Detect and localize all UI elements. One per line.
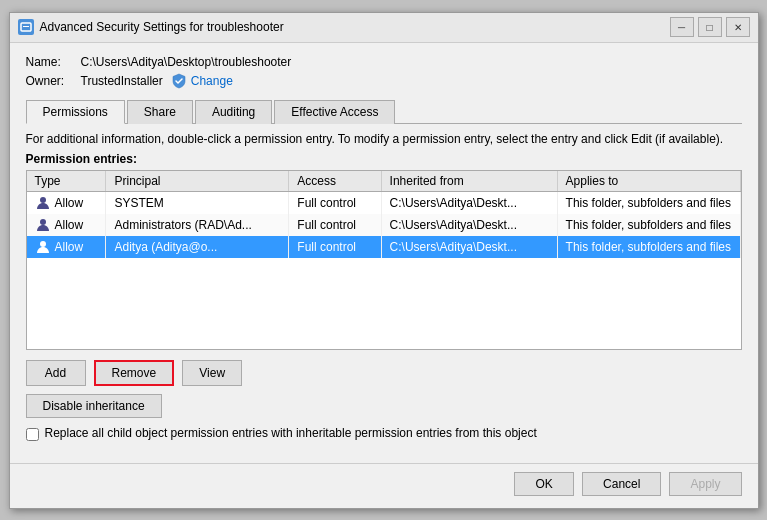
- cell-principal: Aditya (Aditya@o...: [106, 236, 289, 258]
- user-icon: [35, 239, 51, 255]
- owner-value: TrustedInstaller: [81, 74, 163, 88]
- col-access: Access: [289, 171, 381, 192]
- title-bar-text: Advanced Security Settings for troublesh…: [40, 20, 670, 34]
- cell-principal: Administrators (RAD\Ad...: [106, 214, 289, 236]
- tab-share[interactable]: Share: [127, 100, 193, 124]
- svg-point-4: [40, 241, 46, 247]
- svg-point-2: [40, 197, 46, 203]
- table-header: Type Principal Access Inherited from App…: [27, 171, 741, 192]
- ok-button[interactable]: OK: [514, 472, 574, 496]
- window-icon: [18, 19, 34, 35]
- maximize-button[interactable]: □: [698, 17, 722, 37]
- table-row[interactable]: AllowSYSTEMFull controlC:\Users\Aditya\D…: [27, 191, 741, 214]
- svg-rect-1: [23, 26, 29, 27]
- cell-type-text: Allow: [55, 240, 84, 254]
- disable-inheritance-button[interactable]: Disable inheritance: [26, 394, 162, 418]
- tab-bar: Permissions Share Auditing Effective Acc…: [26, 99, 742, 124]
- remove-button[interactable]: Remove: [94, 360, 175, 386]
- tab-permissions[interactable]: Permissions: [26, 100, 125, 124]
- permissions-table: Type Principal Access Inherited from App…: [27, 171, 741, 258]
- close-button[interactable]: ✕: [726, 17, 750, 37]
- user-icon: [35, 217, 51, 233]
- cell-inherited: C:\Users\Aditya\Deskt...: [381, 214, 557, 236]
- replace-checkbox-label: Replace all child object permission entr…: [45, 426, 537, 440]
- col-inherited: Inherited from: [381, 171, 557, 192]
- cell-type: Allow: [27, 191, 106, 214]
- tab-effective-access[interactable]: Effective Access: [274, 100, 395, 124]
- change-label[interactable]: Change: [191, 74, 233, 88]
- col-type: Type: [27, 171, 106, 192]
- name-row: Name: C:\Users\Aditya\Desktop\troublesho…: [26, 55, 742, 69]
- table-row[interactable]: AllowAditya (Aditya@o...Full controlC:\U…: [27, 236, 741, 258]
- replace-checkbox[interactable]: [26, 428, 39, 441]
- svg-point-3: [40, 219, 46, 225]
- cell-principal: SYSTEM: [106, 191, 289, 214]
- title-bar-controls: ─ □ ✕: [670, 17, 750, 37]
- cell-type-text: Allow: [55, 218, 84, 232]
- permissions-table-container: Type Principal Access Inherited from App…: [26, 170, 742, 350]
- dialog-window: Advanced Security Settings for troublesh…: [9, 12, 759, 509]
- replace-checkbox-row: Replace all child object permission entr…: [26, 426, 742, 441]
- cell-access: Full control: [289, 191, 381, 214]
- cell-type-text: Allow: [55, 196, 84, 210]
- name-value: C:\Users\Aditya\Desktop\troubleshooter: [81, 55, 292, 69]
- apply-button[interactable]: Apply: [669, 472, 741, 496]
- cell-type: Allow: [27, 236, 106, 258]
- cancel-button[interactable]: Cancel: [582, 472, 661, 496]
- user-icon: [35, 195, 51, 211]
- cell-access: Full control: [289, 214, 381, 236]
- view-button[interactable]: View: [182, 360, 242, 386]
- col-principal: Principal: [106, 171, 289, 192]
- cell-applies: This folder, subfolders and files: [557, 214, 740, 236]
- table-body: AllowSYSTEMFull controlC:\Users\Aditya\D…: [27, 191, 741, 258]
- name-label: Name:: [26, 55, 81, 69]
- cell-type: Allow: [27, 214, 106, 236]
- owner-row: Owner: TrustedInstaller Change: [26, 73, 742, 89]
- cell-inherited: C:\Users\Aditya\Deskt...: [381, 236, 557, 258]
- dialog-content: Name: C:\Users\Aditya\Desktop\troublesho…: [10, 43, 758, 463]
- section-label: Permission entries:: [26, 152, 742, 166]
- add-button[interactable]: Add: [26, 360, 86, 386]
- minimize-button[interactable]: ─: [670, 17, 694, 37]
- title-bar: Advanced Security Settings for troublesh…: [10, 13, 758, 43]
- shield-icon: [171, 73, 187, 89]
- action-buttons: Add Remove View: [26, 360, 742, 386]
- description-text: For additional information, double-click…: [26, 132, 742, 146]
- col-applies: Applies to: [557, 171, 740, 192]
- cell-applies: This folder, subfolders and files: [557, 236, 740, 258]
- change-link[interactable]: Change: [171, 73, 233, 89]
- dialog-footer: OK Cancel Apply: [10, 463, 758, 508]
- cell-access: Full control: [289, 236, 381, 258]
- tab-auditing[interactable]: Auditing: [195, 100, 272, 124]
- owner-label: Owner:: [26, 74, 81, 88]
- cell-inherited: C:\Users\Aditya\Deskt...: [381, 191, 557, 214]
- cell-applies: This folder, subfolders and files: [557, 191, 740, 214]
- table-row[interactable]: AllowAdministrators (RAD\Ad...Full contr…: [27, 214, 741, 236]
